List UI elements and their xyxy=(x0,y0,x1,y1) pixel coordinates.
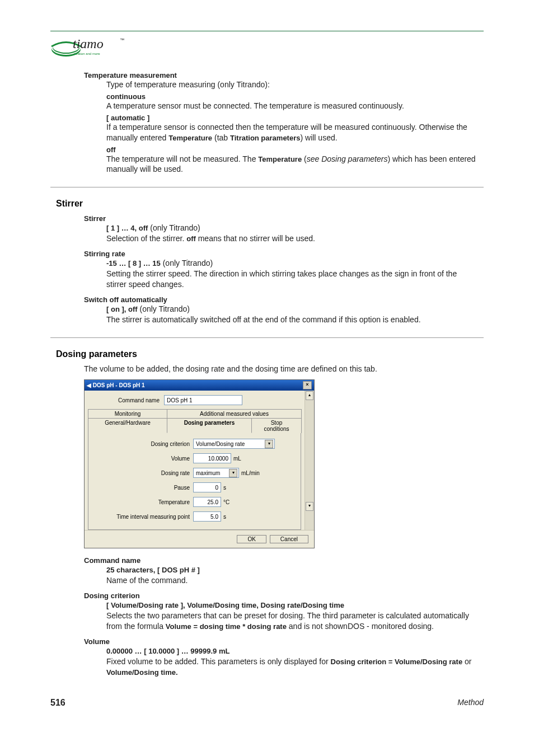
tabs-container: Monitoring Additional measured values Ge… xyxy=(85,408,305,530)
volume-input[interactable]: 10.0000 xyxy=(193,453,231,463)
input-value: 0 xyxy=(215,485,218,491)
select-value: maximum xyxy=(196,470,220,476)
tiamo-logo-icon: tiamo ™ titration and more xyxy=(50,34,134,59)
unit-label: s xyxy=(223,485,226,491)
page: tiamo ™ titration and more Temperature m… xyxy=(0,0,534,730)
section-rule xyxy=(50,337,484,338)
dialog-title-text: DOS pH - DOS pH 1 xyxy=(93,382,145,388)
tab-general-hardware[interactable]: General/Hardware xyxy=(88,418,167,433)
dialog-titlebar: ◀ DOS pH - DOS pH 1 × xyxy=(85,380,314,391)
content: Temperature measurement Type of temperat… xyxy=(50,71,484,678)
input-value: 10.0000 xyxy=(208,456,228,462)
ok-button[interactable]: OK xyxy=(237,535,266,543)
opt-automatic-label: [ automatic ] xyxy=(106,114,484,122)
field-time-interval: Time interval measuring point 5.0 s xyxy=(92,511,297,522)
param-volume-opt: 0.00000 … [ 10.0000 ] … 99999.9 mL xyxy=(106,646,478,656)
dosing-rate-select[interactable]: maximum ▾ xyxy=(193,468,239,478)
text: ( xyxy=(302,154,307,163)
field-dosing-rate: Dosing rate maximum ▾ mL/min xyxy=(92,468,297,478)
field-label: Dosing criterion xyxy=(92,441,193,447)
text-bold: Volume = dosing time * dosing rate xyxy=(166,622,287,631)
text-bold: off xyxy=(186,234,196,243)
opt-range: [ on ], off xyxy=(106,305,138,313)
opt-continuous-label: continuous xyxy=(106,92,484,101)
tab-monitoring[interactable]: Monitoring xyxy=(88,409,167,418)
unit-label: mL/min xyxy=(241,470,260,476)
command-name-row: Command name DOS pH 1 xyxy=(85,391,305,408)
opt-off-label: off xyxy=(106,145,484,154)
text: The temperature will not be measured. Th… xyxy=(106,154,258,163)
page-number: 516 xyxy=(50,698,65,708)
time-interval-input[interactable]: 5.0 xyxy=(193,511,221,522)
text-bold: Dosing criterion = Volume/Dosing rate xyxy=(331,658,463,666)
opt-continuous-body: A temperature sensor must be connected. … xyxy=(106,101,478,111)
section-stirrer-heading: Stirrer xyxy=(56,199,484,209)
footer-section: Method xyxy=(457,698,484,708)
text: means that no stirrer will be used. xyxy=(196,234,315,243)
command-name-input[interactable]: DOS pH 1 xyxy=(164,395,242,405)
dialog-body: Command name DOS pH 1 Monitoring Additio… xyxy=(85,391,314,530)
opt-note: (only Titrando) xyxy=(148,223,200,232)
pause-input[interactable]: 0 xyxy=(193,482,221,492)
param-switch-off-body: The stirrer is automatically switched of… xyxy=(106,314,478,325)
opt-range: 0.00000 … [ 10.0000 ] … 99999.9 mL xyxy=(106,647,229,655)
opt-range: [ 1 ] … 4, off xyxy=(106,224,148,232)
param-stirrer-opt: [ 1 ] … 4, off (only Titrando) xyxy=(106,223,478,233)
tab-additional-measured-values[interactable]: Additional measured values xyxy=(167,409,302,418)
text: Fixed volume to be added. This parameter… xyxy=(106,657,331,666)
dialog-title: ◀ DOS pH - DOS pH 1 xyxy=(87,382,145,388)
dosing-criterion-select[interactable]: Volume/Dosing rate ▾ xyxy=(193,439,275,449)
command-name-label: Command name xyxy=(88,397,161,403)
opt-off-body: The temperature will not be measured. Th… xyxy=(106,154,478,175)
unit-label: s xyxy=(223,514,226,520)
close-icon[interactable]: × xyxy=(303,381,312,389)
opt-automatic-body: If a temperature sensor is connected the… xyxy=(106,122,478,143)
temperature-input[interactable]: 25.0 xyxy=(193,497,221,507)
dosing-dialog: ◀ DOS pH - DOS pH 1 × Command name DOS p… xyxy=(84,379,315,548)
param-dosing-criterion-body: Selects the two parameters that can be p… xyxy=(106,611,478,632)
param-stirring-rate-label: Stirring rate xyxy=(84,250,484,258)
scroll-down-icon[interactable]: ▾ xyxy=(306,502,313,511)
scroll-track xyxy=(305,401,314,501)
tab-dosing-parameters[interactable]: Dosing parameters xyxy=(167,418,252,433)
field-label: Dosing rate xyxy=(92,470,193,476)
text: (tab xyxy=(212,133,230,142)
tab-stop-conditions[interactable]: Stop conditions xyxy=(251,418,302,433)
scroll-up-icon[interactable]: ▴ xyxy=(306,391,313,400)
svg-text:™: ™ xyxy=(120,37,124,43)
field-label: Temperature xyxy=(92,499,193,505)
chevron-down-icon: ▾ xyxy=(229,469,237,477)
field-pause: Pause 0 s xyxy=(92,482,297,492)
param-stirrer-body: Selection of the stirrer. off means that… xyxy=(106,233,478,244)
opt-range: 25 characters, [ DOS pH # ] xyxy=(106,566,200,574)
cancel-button[interactable]: Cancel xyxy=(270,535,308,543)
param-stirrer-label: Stirrer xyxy=(84,214,484,223)
text-italic: see Dosing parameters xyxy=(307,154,388,163)
param-temperature-measurement-intro: Type of temperature measuring (only Titr… xyxy=(106,79,478,90)
dialog-button-row: OK Cancel xyxy=(85,530,314,548)
param-dosing-criterion-opt: [ Volume/Dosing rate ], Volume/Dosing ti… xyxy=(106,600,478,611)
field-temperature: Temperature 25.0 °C xyxy=(92,497,297,507)
param-volume-label: Volume xyxy=(84,637,484,646)
page-footer: 516 Method xyxy=(50,698,484,708)
param-command-name-opt: 25 characters, [ DOS pH # ] xyxy=(106,565,478,575)
tab-row-1: Monitoring Additional measured values xyxy=(88,408,301,417)
text: ) will used. xyxy=(300,133,337,142)
header-rule xyxy=(50,31,484,31)
scrollbar[interactable]: ▴ ▾ xyxy=(305,391,314,530)
opt-note: (only Titrando) xyxy=(161,259,213,267)
dialog-screenshot: ◀ DOS pH - DOS pH 1 × Command name DOS p… xyxy=(84,379,484,548)
field-volume: Volume 10.0000 mL xyxy=(92,453,297,463)
svg-text:titration and more: titration and more xyxy=(74,52,100,55)
field-label: Volume xyxy=(92,456,193,462)
param-command-name-body: Name of the command. xyxy=(106,575,478,586)
dialog-main: Command name DOS pH 1 Monitoring Additio… xyxy=(85,391,305,530)
opt-note: (only Titrando) xyxy=(138,304,190,313)
param-temperature-measurement-label: Temperature measurement xyxy=(84,71,484,79)
text: or xyxy=(462,657,471,666)
text: Selection of the stirrer. xyxy=(106,234,186,243)
text: and is not shownDOS - monitored dosing. xyxy=(287,622,434,631)
svg-text:tiamo: tiamo xyxy=(73,36,104,51)
unit-label: mL xyxy=(233,456,241,462)
command-name-value: DOS pH 1 xyxy=(167,397,193,403)
